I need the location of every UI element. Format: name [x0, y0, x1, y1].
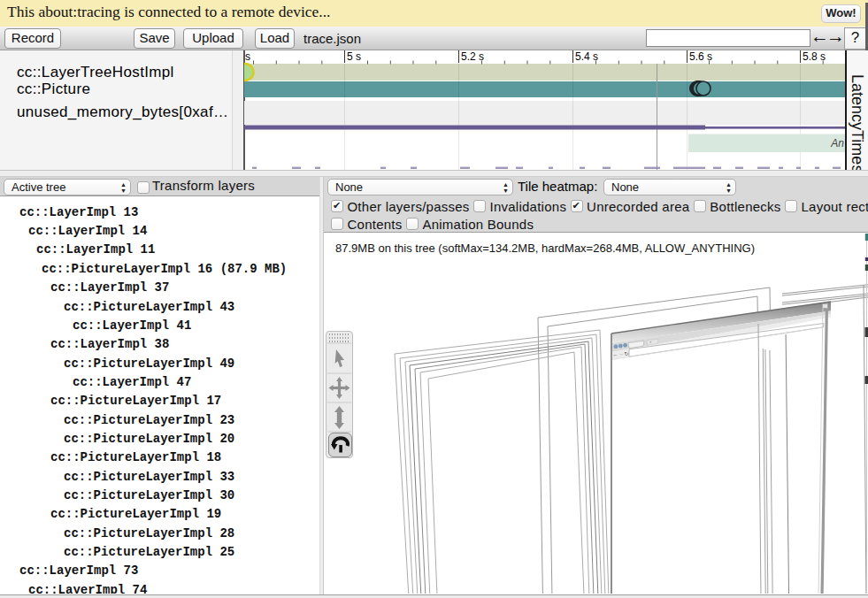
svg-text:5.2 s: 5.2 s	[461, 50, 484, 63]
svg-text:↻: ↻	[624, 351, 628, 356]
svg-text:←: ←	[613, 352, 618, 357]
svg-text:→: →	[618, 351, 624, 356]
svg-text:5.8 s: 5.8 s	[803, 50, 826, 63]
svg-text:5 s: 5 s	[347, 50, 361, 63]
svg-text:5.4 s: 5.4 s	[575, 50, 598, 63]
svg-text:An: An	[830, 137, 844, 150]
svg-text:5.6 s: 5.6 s	[689, 50, 712, 63]
svg-text:s: s	[245, 50, 250, 63]
